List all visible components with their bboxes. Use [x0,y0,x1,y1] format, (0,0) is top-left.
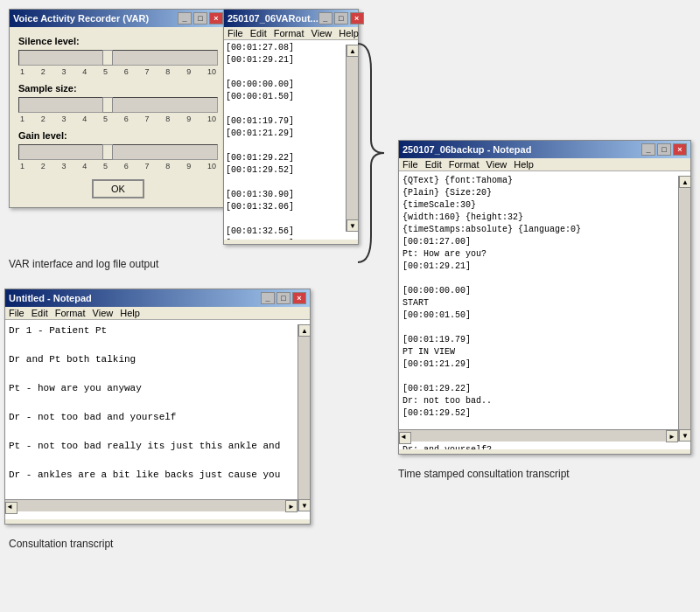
notepad-line [9,483,280,497]
ts-line: Dr: and yourself? [402,444,687,449]
notepad-line: Dr 1 - Patient Pt [9,323,280,338]
notepad-menu-edit[interactable]: Edit [32,308,48,318]
notepad-line: Dr - not too bad and yourself [9,410,280,425]
gain-section: Gain level: 12345678910 [18,130,218,170]
var-close[interactable]: × [209,12,223,24]
notepad-maximize[interactable]: □ [276,292,290,304]
notepad-menu-format[interactable]: Format [55,308,86,318]
ts-line: {timeStamps:absolute} {language:0} [402,224,687,236]
notepad-line [9,367,280,382]
var-content: Silence level: 12345678910 Sample size: … [10,27,227,207]
notepad-caption: Consultation transcript [9,538,113,550]
notepad-scroll-up[interactable]: ▲ [298,324,311,337]
log-menu-view[interactable]: View [312,28,332,38]
log-line: [00:01:34.03] [226,238,356,240]
notepad-line [9,338,280,353]
ts-scroll-up[interactable]: ▲ [679,176,691,188]
ts-line: START [402,297,687,309]
notepad-titlebar: Untitled - Notepad _ □ × [5,289,310,307]
ts-line: [00:01:29.21] [402,261,687,273]
ts-menu-format[interactable]: Format [449,159,480,170]
notepad-scrollbar-h[interactable]: ◄ ► [5,499,298,511]
log-line: [00:01:29.22] [226,152,356,164]
var-maximize[interactable]: □ [193,12,207,24]
log-close[interactable]: × [350,12,364,24]
gain-numbers: 12345678910 [18,162,218,170]
ts-line: {Plain} {Size:20} [402,187,687,199]
ts-scroll-left[interactable]: ◄ [399,432,411,444]
ts-maximize[interactable]: □ [657,143,671,156]
ts-line [402,371,687,383]
ts-menu-help[interactable]: Help [514,159,534,170]
notepad-line [9,511,280,520]
ts-minimize[interactable]: _ [641,143,655,156]
log-menu-format[interactable]: Format [274,28,304,38]
ts-scrollbar[interactable]: ▲ ▼ [678,176,690,442]
ts-close[interactable]: × [673,143,687,156]
notepad-scroll-down[interactable]: ▼ [298,499,311,511]
notepad-menu-view[interactable]: View [93,308,114,318]
ts-scroll-down[interactable]: ▼ [679,429,691,442]
sample-slider[interactable] [19,98,217,112]
notepad-window: Untitled - Notepad _ □ × File Edit Forma… [4,289,311,525]
ts-line: {timeScale:30} [402,199,687,212]
silence-numbers: 12345678910 [18,67,218,76]
log-controls: _ □ × [318,12,364,24]
log-minimize[interactable]: _ [318,12,332,24]
ts-menu-file[interactable]: File [402,159,418,170]
log-line: [00:01:32.06] [226,201,356,213]
log-line: [00:00:00.00] [226,79,356,91]
log-line [226,213,356,226]
ts-line: [00:01:21.29] [402,358,687,371]
var-minimize[interactable]: _ [178,12,192,24]
var-titlebar: Voice Activity Recorder (VAR) _ □ × [10,10,227,27]
ts-menu-view[interactable]: View [486,159,508,170]
var-title: Voice Activity Recorder (VAR) [13,13,149,24]
notepad-minimize[interactable]: _ [261,292,275,304]
notepad-scroll-left[interactable]: ◄ [5,502,18,514]
notepad-close[interactable]: × [292,292,306,304]
log-line: [00:01:29.52] [226,164,356,177]
ts-line [402,322,687,334]
log-line: [00:01:19.79] [226,115,356,128]
silence-label: Silence level: [18,36,218,46]
notepad-scroll-right[interactable]: ► [285,500,298,512]
ts-menu-edit[interactable]: Edit [425,159,442,170]
log-line [226,103,356,115]
log-line [226,177,356,189]
log-line [226,140,356,152]
ts-scrollbar-h[interactable]: ◄ ► [399,429,678,442]
ok-button[interactable]: OK [92,179,144,198]
var-window: Voice Activity Recorder (VAR) _ □ × Sile… [9,9,228,208]
silence-slider[interactable] [19,51,217,65]
log-line [226,66,356,79]
ts-line: [00:01:29.52] [402,407,687,420]
ts-line: [00:00:00.00] [402,285,687,297]
ts-caption: Time stamped consultation transcript [398,468,570,480]
ts-line: PT IN VIEW [402,346,687,358]
ts-content: {QText} {font:Tahoma}{Plain} {Size:20}{t… [399,171,690,449]
ts-line: Dr: not too bad.. [402,395,687,407]
notepad-menu-help[interactable]: Help [120,308,140,318]
notepad-menubar: File Edit Format View Help [5,307,310,320]
gain-slider[interactable] [19,145,217,159]
notepad-controls: _ □ × [261,292,306,304]
gain-track [18,144,218,160]
notepad-title: Untitled - Notepad [9,293,92,303]
ts-titlebar: 250107_06backup - Notepad _ □ × [399,141,690,158]
sample-numbers: 12345678910 [18,115,218,123]
ts-menubar: File Edit Format View Help [399,158,690,171]
var-caption: VAR interface and log file output [9,258,158,270]
ts-line: [00:00:01.50] [402,309,687,322]
log-line: [00:01:32.56] [226,226,356,238]
ts-line: {width:160} {height:32} [402,212,687,224]
log-menu-file[interactable]: File [228,28,243,38]
log-maximize[interactable]: □ [334,12,348,24]
log-line: [00:00:01.50] [226,91,356,103]
notepad-scrollbar[interactable]: ▲ ▼ [298,324,310,511]
notepad-line: Dr - ankles are a bit like backs just ca… [9,468,280,483]
notepad-menu-file[interactable]: File [9,308,24,318]
ts-scroll-right[interactable]: ► [666,430,678,442]
silence-track [18,50,218,66]
log-menu-edit[interactable]: Edit [250,28,267,38]
